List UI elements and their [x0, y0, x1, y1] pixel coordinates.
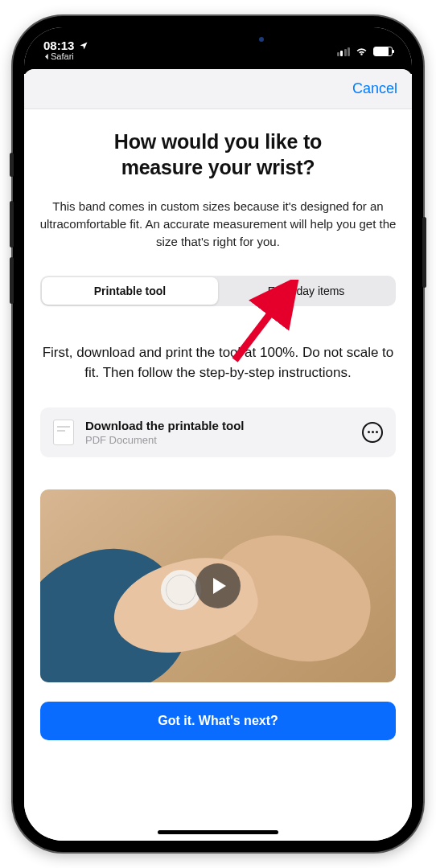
instructions-text: First, download and print the tool at 10…	[34, 343, 402, 383]
cancel-button[interactable]: Cancel	[352, 80, 397, 97]
home-indicator[interactable]	[158, 830, 278, 834]
location-icon	[79, 41, 88, 51]
play-icon	[213, 578, 226, 594]
segment-everyday-items[interactable]: Everyday items	[218, 277, 394, 305]
back-to-app[interactable]: Safari	[43, 51, 88, 61]
phone-frame: 08:13 Safari	[13, 16, 423, 852]
wifi-icon	[355, 47, 368, 56]
sheet-header: Cancel	[24, 69, 412, 109]
signal-icon	[337, 47, 351, 56]
status-time: 08:13	[43, 39, 74, 52]
play-button[interactable]	[195, 563, 241, 608]
segmented-control: Printable tool Everyday items	[40, 276, 396, 306]
modal-sheet: Cancel How would you like to measure you…	[24, 69, 412, 841]
primary-cta-button[interactable]: Got it. What's next?	[40, 702, 396, 740]
download-card[interactable]: Download the printable tool PDF Document	[40, 407, 396, 457]
segment-printable-tool[interactable]: Printable tool	[42, 277, 218, 305]
more-options-button[interactable]	[362, 422, 383, 443]
silence-switch	[10, 153, 14, 177]
volume-up-button	[10, 201, 14, 248]
power-button	[422, 217, 426, 288]
download-subtitle: PDF Document	[85, 434, 351, 446]
page-description: This band comes in custom sizes because …	[34, 198, 402, 250]
battery-icon	[373, 47, 393, 56]
volume-down-button	[10, 257, 14, 304]
instruction-video[interactable]	[40, 489, 396, 682]
notch	[134, 27, 302, 51]
page-title: How would you like to measure your wrist…	[34, 129, 402, 180]
document-icon	[53, 420, 74, 445]
download-title: Download the printable tool	[85, 419, 351, 432]
